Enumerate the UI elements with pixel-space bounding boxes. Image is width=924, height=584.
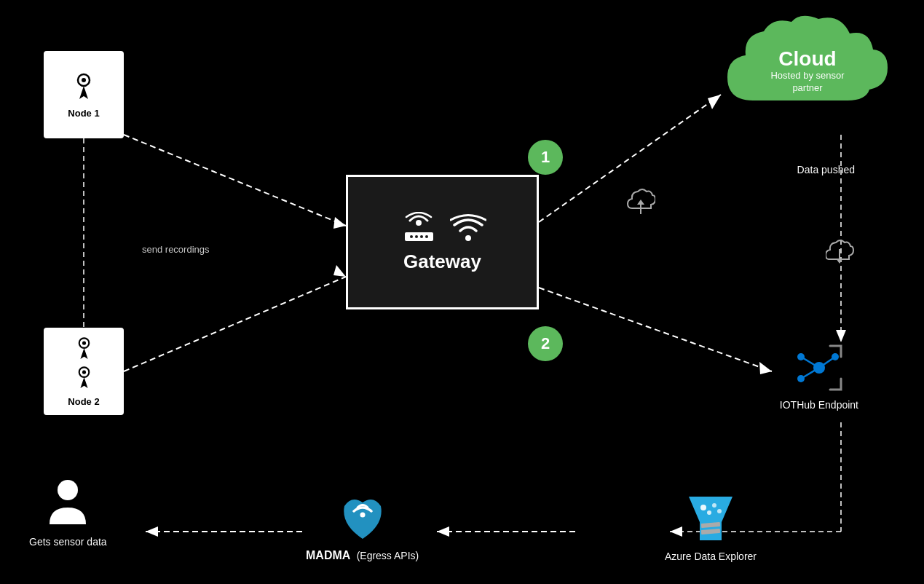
azure-label: Azure Data Explorer — [665, 551, 757, 562]
madma-label: MADMA (Egress APIs) — [306, 549, 419, 562]
svg-point-48 — [717, 509, 722, 513]
svg-marker-1 — [333, 217, 346, 229]
svg-marker-15 — [437, 526, 449, 537]
node2-icons — [71, 336, 97, 392]
svg-line-0 — [124, 135, 346, 226]
gateway-box: Gateway — [346, 175, 539, 309]
cloud-shape: Cloud Hosted by sensor partner — [713, 13, 902, 130]
iothub-container: IOTHub Endpoint — [780, 342, 858, 411]
svg-point-33 — [425, 235, 428, 238]
svg-marker-8 — [759, 362, 772, 374]
node1: Node 1 — [44, 51, 124, 138]
svg-point-27 — [82, 371, 85, 374]
data-pushed-label: Data pushed — [797, 164, 855, 175]
svg-point-34 — [465, 235, 471, 241]
svg-point-41 — [832, 353, 839, 360]
svg-point-30 — [410, 235, 413, 238]
svg-point-23 — [82, 78, 86, 82]
upload-icon — [626, 188, 655, 220]
person-label: Gets sensor data — [29, 536, 107, 548]
svg-point-25 — [82, 342, 85, 345]
svg-rect-29 — [405, 232, 433, 241]
svg-point-43 — [360, 513, 365, 518]
svg-point-28 — [416, 220, 422, 226]
svg-marker-3 — [333, 265, 346, 277]
svg-line-2 — [124, 277, 346, 371]
person-container: Gets sensor data — [29, 477, 107, 548]
svg-marker-10 — [836, 330, 846, 342]
svg-marker-19 — [637, 200, 644, 205]
svg-point-32 — [420, 235, 423, 238]
gateway-label: Gateway — [403, 250, 481, 273]
svg-point-47 — [707, 510, 711, 515]
iothub-label: IOTHub Endpoint — [780, 399, 858, 411]
step-circle-2: 2 — [528, 326, 563, 361]
azure-container: Azure Data Explorer — [665, 489, 757, 562]
download-icon — [826, 239, 855, 271]
node2: Node 2 — [44, 328, 124, 415]
svg-point-31 — [415, 235, 418, 238]
svg-point-39 — [797, 353, 805, 360]
svg-marker-21 — [836, 259, 843, 264]
svg-marker-17 — [146, 526, 158, 537]
svg-point-45 — [700, 505, 706, 510]
step-circle-1: 1 — [528, 140, 563, 175]
send-recordings-label: send recordings — [142, 244, 210, 255]
svg-line-7 — [539, 288, 772, 371]
node1-label: Node 1 — [68, 108, 99, 119]
madma-container: MADMA (Egress APIs) — [306, 488, 419, 562]
gateway-icons — [399, 212, 486, 245]
node2-label: Node 2 — [68, 396, 99, 407]
cloud-container: Cloud Hosted by sensor partner — [706, 7, 909, 135]
svg-point-42 — [58, 480, 78, 500]
diagram: Cloud Hosted by sensor partner Data push… — [0, 0, 924, 584]
svg-point-46 — [712, 503, 716, 508]
svg-point-40 — [797, 375, 805, 382]
